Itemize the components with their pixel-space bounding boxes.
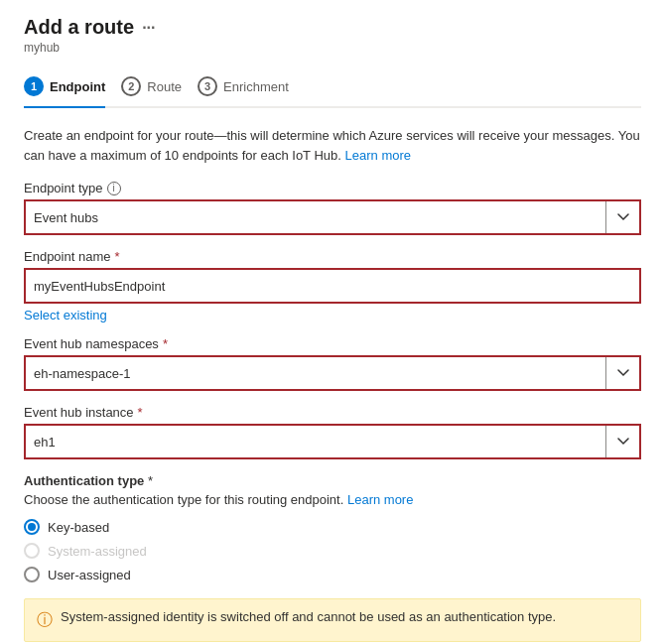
radio-user-assigned[interactable]: User-assigned	[24, 565, 641, 584]
select-existing-link[interactable]: Select existing	[24, 308, 107, 322]
radio-system-assigned-label: System-assigned	[48, 544, 147, 559]
event-hub-namespaces-chevron[interactable]	[605, 357, 639, 389]
description-text: Create an endpoint for your route—this w…	[24, 126, 641, 165]
step-route[interactable]: 2 Route	[121, 68, 198, 106]
auth-type-desc: Choose the authentication type for this …	[24, 492, 641, 507]
desc-main: Create an endpoint for your route—this w…	[24, 128, 640, 163]
radio-key-based-label: Key-based	[48, 520, 109, 535]
event-hub-instance-dropdown[interactable]: eh1	[24, 424, 641, 459]
endpoint-type-value: Event hubs	[26, 201, 605, 233]
learn-more-link-desc[interactable]: Learn more	[345, 148, 411, 163]
endpoint-type-chevron[interactable]	[605, 201, 639, 233]
step-3-circle: 3	[198, 76, 217, 96]
event-hub-instance-group: Event hub instance * eh1	[24, 405, 641, 459]
event-hub-instance-chevron[interactable]	[605, 426, 639, 457]
event-hub-instance-label: Event hub instance *	[24, 405, 641, 420]
event-hub-instance-required: *	[138, 405, 143, 420]
endpoint-type-group: Endpoint type i Event hubs	[24, 181, 641, 235]
endpoint-name-input-wrapper	[24, 268, 641, 304]
endpoint-name-group: Endpoint name * Select existing	[24, 249, 641, 322]
header: Add a route ···	[24, 16, 641, 39]
warning-box: ⓘ System-assigned identity is switched o…	[24, 598, 641, 642]
radio-key-based-input[interactable]	[24, 519, 40, 535]
auth-type-required: *	[148, 473, 153, 488]
content-area: Create an endpoint for your route—this w…	[24, 126, 641, 642]
step-endpoint[interactable]: 1 Endpoint	[24, 68, 121, 106]
subtitle: myhub	[24, 41, 641, 55]
page-title: Add a route ···	[24, 16, 155, 39]
chevron-down-icon	[617, 211, 629, 223]
ellipsis-menu[interactable]: ···	[142, 19, 155, 37]
endpoint-name-input[interactable]	[26, 270, 639, 302]
endpoint-type-label: Endpoint type i	[24, 181, 641, 195]
step-enrichment[interactable]: 3 Enrichment	[198, 68, 305, 106]
auth-type-section: Authentication type * Choose the authent…	[24, 473, 641, 584]
radio-user-assigned-input[interactable]	[24, 567, 40, 582]
endpoint-name-label: Endpoint name *	[24, 249, 641, 264]
warning-icon: ⓘ	[37, 610, 53, 631]
step-1-label: Endpoint	[50, 79, 105, 94]
auth-type-label: Authentication type *	[24, 473, 641, 488]
endpoint-type-info-icon[interactable]: i	[107, 182, 121, 195]
event-hub-namespaces-group: Event hub namespaces * eh-namespace-1	[24, 336, 641, 391]
step-2-circle: 2	[121, 76, 141, 96]
radio-system-assigned[interactable]: System-assigned	[24, 541, 641, 561]
chevron-down-icon	[617, 436, 629, 448]
chevron-down-icon	[617, 367, 629, 379]
radio-key-based[interactable]: Key-based	[24, 517, 641, 537]
radio-group: Key-based System-assigned User-assigned	[24, 517, 641, 584]
event-hub-namespaces-dropdown[interactable]: eh-namespace-1	[24, 355, 641, 391]
auth-learn-more-link[interactable]: Learn more	[347, 492, 413, 507]
event-hub-namespaces-value: eh-namespace-1	[26, 357, 605, 389]
radio-user-assigned-label: User-assigned	[48, 568, 131, 582]
step-1-circle: 1	[24, 76, 44, 96]
page-container: Add a route ··· myhub 1 Endpoint 2 Route…	[0, 0, 665, 644]
warning-text: System-assigned identity is switched off…	[61, 609, 556, 624]
event-hub-instance-value: eh1	[26, 426, 605, 457]
step-3-label: Enrichment	[223, 79, 289, 94]
event-hub-namespaces-required: *	[163, 336, 168, 351]
title-text: Add a route	[24, 16, 134, 39]
steps-bar: 1 Endpoint 2 Route 3 Enrichment	[24, 68, 641, 108]
endpoint-name-required: *	[114, 249, 119, 264]
radio-system-assigned-input[interactable]	[24, 543, 40, 559]
endpoint-type-dropdown[interactable]: Event hubs	[24, 199, 641, 235]
event-hub-namespaces-label: Event hub namespaces *	[24, 336, 641, 351]
step-2-label: Route	[147, 79, 182, 94]
